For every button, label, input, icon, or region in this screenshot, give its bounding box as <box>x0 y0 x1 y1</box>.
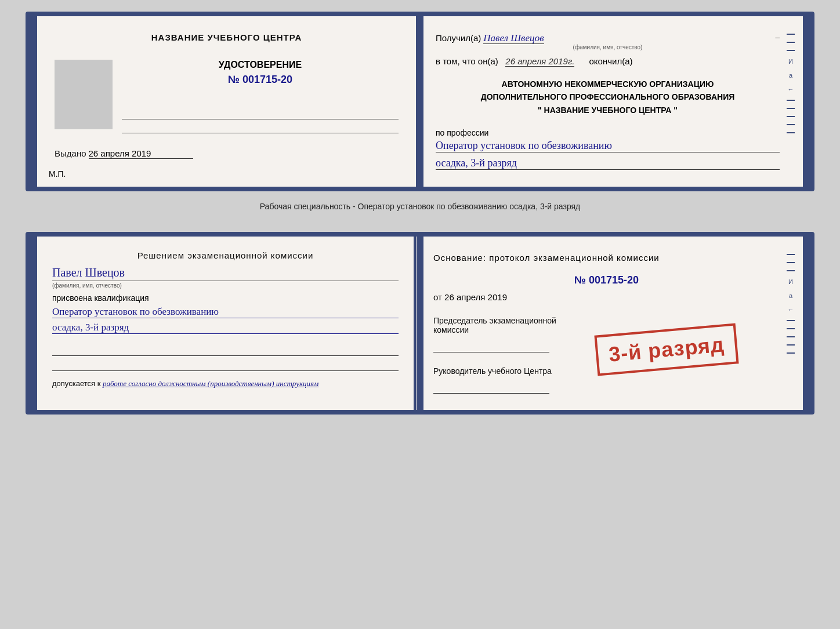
assigned-label: присвоена квалификация <box>52 293 399 303</box>
spine-right <box>803 16 810 187</box>
from-date-row: от 26 апреля 2019 <box>433 292 780 302</box>
card2-right-panel: Основание: протокол экзаменационной коми… <box>415 237 803 410</box>
issued-label: Выдано <box>55 148 86 158</box>
chairman-label: Председатель экзаменационной комиссии <box>433 316 561 335</box>
decision-title: Решением экзаменационной комиссии <box>52 250 399 260</box>
cert-type-label: УДОСТОВЕРЕНИЕ <box>122 60 399 70</box>
person-name-top: Павел Швецов <box>483 32 544 44</box>
from-date: 26 апреля 2019 <box>444 292 507 302</box>
right-border-deco: И а ← <box>787 34 795 169</box>
card1-left-panel: НАЗВАНИЕ УЧЕБНОГО ЦЕНТРА УДОСТОВЕРЕНИЕ №… <box>37 16 417 187</box>
received-label: Получил(а) <box>436 33 481 43</box>
spine-left <box>30 16 37 187</box>
rank-value-top: осадка, 3-й разряд <box>436 157 780 170</box>
head-text: Руководитель учебного Центра <box>433 366 552 376</box>
spine2-right <box>803 237 810 410</box>
admitted-row: допускается к работе согласно должностны… <box>52 379 399 388</box>
org-line3: " НАЗВАНИЕ УЧЕБНОГО ЦЕНТРА " <box>436 104 780 117</box>
certificate-card-1: НАЗВАНИЕ УЧЕБНОГО ЦЕНТРА УДОСТОВЕРЕНИЕ №… <box>26 12 814 191</box>
fio-subtitle-top: (фамилия, имя, отчество) <box>436 44 780 50</box>
issued-row: Выдано 26 апреля 2019 <box>55 148 399 159</box>
qualification-card2: Оператор установок по обезвоживанию <box>52 306 399 318</box>
org-block: АВТОНОМНУЮ НЕКОММЕРЧЕСКУЮ ОРГАНИЗАЦИЮ ДО… <box>436 78 780 117</box>
basis-title: Основание: протокол экзаменационной коми… <box>433 253 780 263</box>
fio-sub-card2: (фамилия, имя, отчество) <box>52 282 399 289</box>
issued-date: 26 апреля 2019 <box>89 148 151 158</box>
tom-row: в том, что он(а) 26 апреля 2019г. окончи… <box>436 56 780 66</box>
chairman-text: Председатель экзаменационной комиссии <box>433 316 556 335</box>
card1-right-panel: Получил(а) Павел Швецов – (фамилия, имя,… <box>417 16 803 187</box>
admitted-label-text: допускается к <box>52 379 100 388</box>
photo-placeholder <box>55 60 113 129</box>
org-line2: ДОПОЛНИТЕЛЬНОГО ПРОФЕССИОНАЛЬНОГО ОБРАЗО… <box>436 90 780 103</box>
tom-prefix: в том, что он(а) <box>436 56 498 66</box>
subtitle-text: Рабочая специальность - Оператор установ… <box>260 202 581 211</box>
signature-lines <box>52 346 399 371</box>
stamp-text: 3-й разряд <box>608 332 726 366</box>
org-line1: АВТОНОМНУЮ НЕКОММЕРЧЕСКУЮ ОРГАНИЗАЦИЮ <box>436 78 780 90</box>
certificate-card-2: Решением экзаменационной комиссии Павел … <box>26 232 814 415</box>
received-row: Получил(а) Павел Швецов – (фамилия, имя,… <box>436 32 780 50</box>
admitted-value: работе согласно должностным (производств… <box>103 379 318 388</box>
right-border-deco-2: И а ← <box>787 254 795 392</box>
card2-left-panel: Решением экзаменационной комиссии Павел … <box>37 237 415 410</box>
protocol-number: № 001715-20 <box>433 274 780 286</box>
cert-number: № 001715-20 <box>122 74 399 86</box>
mp-label: М.П. <box>49 169 66 179</box>
tom-suffix: окончил(а) <box>589 56 632 66</box>
profession-label: по профессии <box>436 128 780 137</box>
spine2-left <box>30 237 37 410</box>
profession-value: Оператор установок по обезвоживанию <box>436 140 780 152</box>
person-name-card2: Павел Швецов <box>52 266 125 279</box>
from-prefix: от <box>433 292 442 302</box>
rank-card2: осадка, 3-й разряд <box>52 322 399 334</box>
center-name-top: НАЗВАНИЕ УЧЕБНОГО ЦЕНТРА <box>55 32 399 42</box>
tom-date: 26 апреля 2019г. <box>505 56 574 67</box>
